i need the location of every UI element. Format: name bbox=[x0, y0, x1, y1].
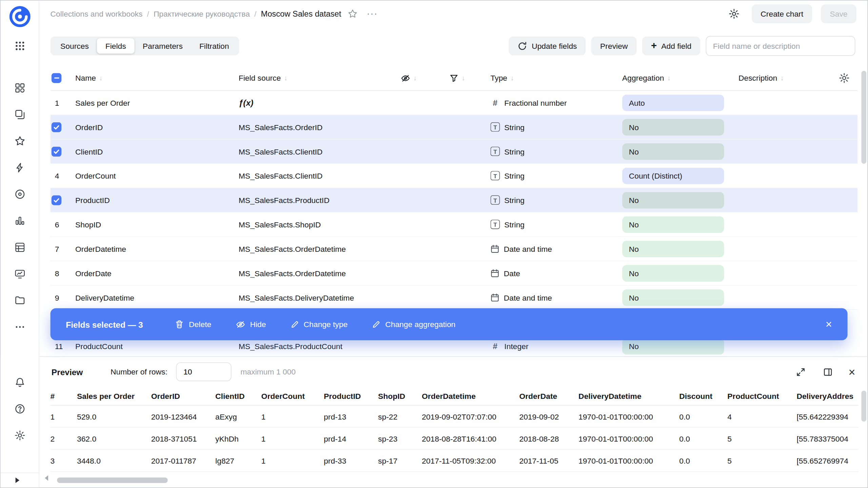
row-select-cell[interactable]: 7 bbox=[51, 244, 75, 253]
column-header-name[interactable]: Name↓ bbox=[75, 74, 239, 82]
field-name[interactable]: ProductID bbox=[75, 196, 239, 204]
save-button[interactable]: Save bbox=[821, 4, 856, 23]
field-type[interactable]: TString bbox=[491, 195, 623, 205]
update-fields-button[interactable]: Update fields bbox=[509, 37, 586, 56]
apps-grid-icon[interactable] bbox=[0, 33, 39, 59]
column-header-aggregation[interactable]: Aggregation↓ bbox=[622, 74, 738, 82]
row-checkbox-checked[interactable] bbox=[52, 146, 61, 156]
aggregation-select[interactable]: No bbox=[622, 192, 738, 208]
folder-icon[interactable] bbox=[0, 287, 39, 313]
hide-action[interactable]: Hide bbox=[236, 320, 266, 329]
more-ellipsis-icon[interactable] bbox=[0, 314, 39, 340]
create-chart-button[interactable]: Create chart bbox=[752, 4, 812, 23]
field-name[interactable]: OrderDatetime bbox=[75, 244, 239, 253]
main-vertical-scrollbar[interactable] bbox=[861, 68, 866, 353]
table-row[interactable]: 6ShopIDMS_SalesFacts.ShopIDTStringNo bbox=[51, 212, 857, 237]
help-icon[interactable] bbox=[0, 395, 39, 422]
field-name[interactable]: ShopID bbox=[75, 220, 239, 229]
aggregation-select[interactable]: No bbox=[622, 216, 738, 233]
settings-gear-icon[interactable] bbox=[0, 422, 39, 449]
breadcrumb-workbook[interactable]: Практические руководства bbox=[154, 9, 250, 18]
table-row[interactable]: 9DeliveryDatetimeMS_SalesFacts.DeliveryD… bbox=[51, 285, 857, 310]
field-type[interactable]: Date and time bbox=[491, 293, 623, 302]
row-select-cell[interactable] bbox=[51, 146, 75, 156]
field-name[interactable]: ClientID bbox=[75, 147, 239, 156]
change-type-action[interactable]: Change type bbox=[290, 320, 348, 329]
bar-chart-icon[interactable] bbox=[0, 207, 39, 234]
aggregation-select[interactable]: Count (Distinct) bbox=[622, 167, 738, 184]
row-select-cell[interactable]: 1 bbox=[51, 98, 75, 107]
change-aggregation-action[interactable]: Change aggregation bbox=[372, 320, 455, 329]
row-checkbox-checked[interactable] bbox=[52, 122, 61, 132]
field-name[interactable]: OrderCount bbox=[75, 171, 239, 180]
field-name[interactable]: DeliveryDatetime bbox=[75, 293, 239, 302]
preview-toggle-button[interactable]: Preview bbox=[591, 37, 637, 56]
row-select-cell[interactable] bbox=[51, 195, 75, 205]
row-select-cell[interactable]: 9 bbox=[51, 293, 75, 302]
field-type[interactable]: #Fractional number bbox=[491, 98, 623, 107]
workbooks-icon[interactable] bbox=[0, 101, 39, 128]
aggregation-select[interactable]: No bbox=[622, 240, 738, 257]
select-all-checkbox[interactable] bbox=[52, 73, 61, 83]
row-select-cell[interactable]: 6 bbox=[51, 220, 75, 229]
column-header-hidden[interactable]: ↓ bbox=[401, 73, 450, 83]
close-icon[interactable]: × bbox=[826, 319, 832, 330]
sidebar-footer[interactable] bbox=[1, 472, 39, 487]
datalens-logo[interactable] bbox=[0, 1, 39, 33]
field-type[interactable]: Date and time bbox=[491, 244, 623, 253]
row-select-cell[interactable]: 8 bbox=[51, 269, 75, 278]
table-row[interactable]: ClientIDMS_SalesFacts.ClientIDTStringNo bbox=[51, 139, 857, 164]
column-header-filter[interactable]: ↓ bbox=[450, 74, 491, 82]
column-header-description[interactable]: Description↓ bbox=[738, 74, 831, 82]
field-type[interactable]: #Integer bbox=[491, 341, 623, 351]
connections-icon[interactable] bbox=[0, 181, 39, 207]
split-panel-icon[interactable] bbox=[821, 365, 834, 379]
widgets-icon[interactable] bbox=[0, 75, 39, 101]
aggregation-select[interactable]: No bbox=[622, 143, 738, 160]
aggregation-select[interactable]: No bbox=[622, 265, 738, 281]
column-header-source[interactable]: Field source↓ bbox=[239, 74, 401, 82]
lightning-icon[interactable] bbox=[0, 155, 39, 181]
preview-vertical-scrollbar[interactable] bbox=[861, 389, 866, 472]
table-row[interactable]: 1Sales per Orderƒ(x)#Fractional numberAu… bbox=[51, 91, 857, 115]
field-type[interactable]: TString bbox=[491, 122, 623, 132]
column-header-type[interactable]: Type↓ bbox=[491, 74, 623, 82]
tab-parameters[interactable]: Parameters bbox=[134, 38, 191, 54]
aggregation-select[interactable]: No bbox=[622, 119, 738, 135]
tab-fields[interactable]: Fields bbox=[97, 38, 134, 54]
delete-action[interactable]: Delete bbox=[175, 320, 211, 329]
field-type[interactable]: TString bbox=[491, 147, 623, 156]
favorite-star-icon[interactable] bbox=[348, 9, 358, 19]
field-type[interactable]: Date bbox=[491, 269, 623, 278]
table-icon[interactable] bbox=[0, 234, 39, 261]
horizontal-scrollbar[interactable] bbox=[55, 477, 853, 483]
tab-filtration[interactable]: Filtration bbox=[191, 38, 237, 54]
field-search-input[interactable] bbox=[706, 36, 855, 56]
field-type[interactable]: TString bbox=[491, 171, 623, 180]
row-select-cell[interactable]: 11 bbox=[51, 342, 75, 350]
main-vertical-scrollbar-thumb[interactable] bbox=[861, 71, 866, 164]
table-row[interactable]: 4OrderCountMS_SalesFacts.ClientIDTString… bbox=[51, 164, 857, 188]
more-menu-icon[interactable]: ··· bbox=[362, 7, 382, 20]
bell-icon[interactable] bbox=[0, 369, 39, 395]
field-name[interactable]: Sales per Order bbox=[75, 98, 239, 107]
add-field-button[interactable]: + Add field bbox=[642, 37, 700, 56]
table-row[interactable]: ProductIDMS_SalesFacts.ProductIDTStringN… bbox=[51, 188, 857, 212]
table-row[interactable]: 8OrderDateMS_SalesFacts.OrderDatetimeDat… bbox=[51, 261, 857, 286]
table-row[interactable]: OrderIDMS_SalesFacts.OrderIDTStringNo bbox=[51, 115, 857, 140]
tab-sources[interactable]: Sources bbox=[52, 38, 97, 54]
field-name[interactable]: OrderDate bbox=[75, 269, 239, 278]
field-name[interactable]: ProductCount bbox=[75, 342, 239, 350]
field-name[interactable]: OrderID bbox=[75, 123, 239, 131]
preview-vertical-scrollbar-thumb[interactable] bbox=[861, 391, 866, 422]
aggregation-select[interactable]: Auto bbox=[622, 94, 738, 111]
scroll-left-arrow-icon[interactable] bbox=[45, 475, 48, 481]
preview-close-icon[interactable]: × bbox=[848, 366, 855, 378]
row-checkbox-checked[interactable] bbox=[52, 195, 61, 205]
rows-count-input[interactable] bbox=[176, 362, 232, 381]
monitor-chart-icon[interactable] bbox=[0, 261, 39, 287]
row-select-cell[interactable]: 4 bbox=[51, 171, 75, 180]
aggregation-select[interactable]: No bbox=[622, 289, 738, 306]
table-settings-gear-icon[interactable] bbox=[831, 73, 857, 84]
table-row[interactable]: 7OrderDatetimeMS_SalesFacts.OrderDatetim… bbox=[51, 237, 857, 261]
